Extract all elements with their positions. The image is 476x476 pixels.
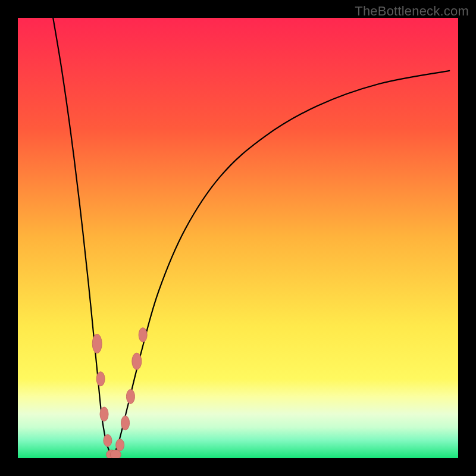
data-point	[116, 439, 124, 451]
data-point	[104, 434, 112, 446]
data-point	[96, 372, 105, 386]
chart-frame: TheBottleneck.com	[0, 0, 476, 476]
data-point	[139, 328, 147, 342]
data-point	[132, 353, 142, 369]
curve-right-branch	[112, 71, 449, 458]
data-point	[92, 334, 102, 353]
data-point	[121, 416, 130, 430]
curve-layer	[18, 18, 458, 458]
data-point	[100, 407, 108, 421]
curve-left-branch	[53, 18, 112, 458]
watermark-text: TheBottleneck.com	[355, 4, 469, 19]
plot-area	[18, 18, 458, 458]
data-point	[126, 389, 134, 403]
